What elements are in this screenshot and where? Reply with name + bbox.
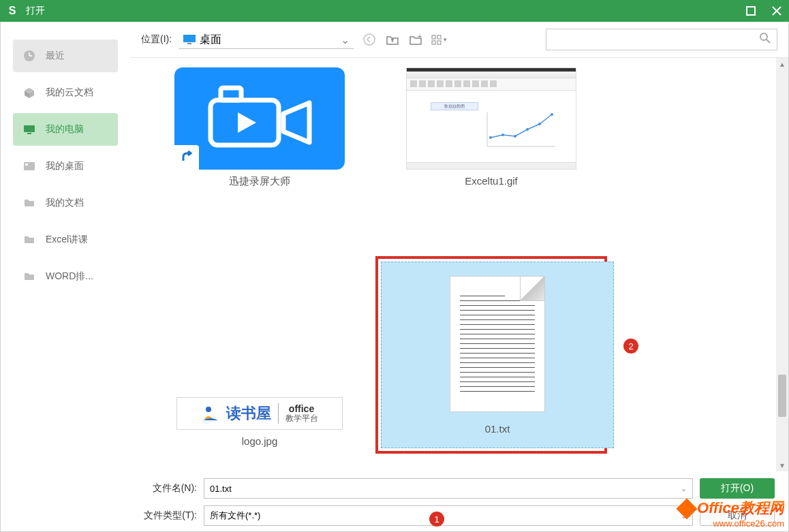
camera-icon xyxy=(207,85,316,153)
svg-point-30 xyxy=(501,134,504,136)
file-name: logo.jpg xyxy=(151,435,369,447)
chevron-down-icon: ⌄ xyxy=(681,484,687,493)
sidebar-item-recent[interactable]: 最近 xyxy=(13,40,118,72)
file-name: Exceltu1.gif xyxy=(382,175,600,187)
app-logo-icon: S xyxy=(5,4,19,18)
open-button[interactable]: 打开(O) xyxy=(700,478,775,499)
window-title: 打开 xyxy=(26,5,744,17)
sidebar-item-label: 我的云文档 xyxy=(46,87,93,99)
new-folder-button[interactable]: + xyxy=(407,31,424,48)
title-bar: S 打开 xyxy=(0,0,789,22)
file-name: 01.txt xyxy=(485,423,510,435)
annotation-badge-2: 2 xyxy=(623,339,638,354)
svg-line-22 xyxy=(767,40,770,43)
sidebar-item-desktop[interactable]: 我的桌面 xyxy=(13,150,118,183)
file-item-gif[interactable]: 数据趋势图 Exceltu1.gif xyxy=(375,61,607,193)
file-item-video[interactable]: 迅捷录屏大师 xyxy=(144,61,375,195)
location-value: 桌面 xyxy=(200,33,221,47)
logo-text3: 教学平台 xyxy=(285,414,318,423)
clock-icon xyxy=(22,49,36,63)
svg-point-15 xyxy=(364,34,375,45)
sidebar-item-computer[interactable]: 我的电脑 xyxy=(13,113,118,146)
bottom-bar: 文件名(N): 01.txt ⌄ 打开(O) 文件类型(T): 所有文件(*.*… xyxy=(130,471,788,531)
filetype-dropdown[interactable]: 所有文件(*.*) ⌄ xyxy=(204,505,693,526)
svg-point-21 xyxy=(760,33,767,40)
sidebar-item-cloud[interactable]: 我的云文档 xyxy=(13,76,118,109)
desktop-icon xyxy=(22,159,36,173)
video-thumbnail xyxy=(174,67,345,170)
search-icon xyxy=(759,32,771,47)
monitor-icon xyxy=(22,123,36,136)
scroll-up-button[interactable]: ▲ xyxy=(776,58,788,70)
svg-rect-17 xyxy=(432,35,435,39)
chevron-down-icon: ⌄ xyxy=(681,512,687,520)
svg-point-32 xyxy=(526,128,529,131)
filename-label: 文件名(N): xyxy=(144,482,197,495)
filename-value: 01.txt xyxy=(210,484,232,494)
file-browser: 迅捷录屏大师 数据趋势图 xyxy=(130,57,788,471)
sidebar-item-word[interactable]: WORD排... xyxy=(13,260,118,293)
gif-thumbnail: 数据趋势图 xyxy=(406,67,576,170)
scroll-thumb[interactable] xyxy=(778,375,786,417)
folder-icon xyxy=(22,233,36,247)
svg-rect-19 xyxy=(432,41,435,44)
sidebar-item-label: WORD排... xyxy=(46,270,93,283)
location-dropdown[interactable]: 桌面 ⌄ xyxy=(179,30,354,49)
svg-rect-20 xyxy=(437,41,441,44)
vertical-scrollbar[interactable]: ▲ ▼ xyxy=(776,58,788,471)
svg-rect-13 xyxy=(183,35,196,42)
logo-text1: 读书屋 xyxy=(226,403,271,424)
sidebar-item-label: Excel讲课 xyxy=(46,234,88,246)
up-folder-button[interactable] xyxy=(384,31,401,48)
svg-point-33 xyxy=(538,123,541,125)
sidebar-item-label: 最近 xyxy=(46,50,65,62)
svg-point-35 xyxy=(206,407,211,412)
sidebar-item-label: 我的电脑 xyxy=(46,123,84,136)
file-item-txt[interactable]: 01.txt xyxy=(375,256,607,454)
view-mode-button[interactable]: ▾ xyxy=(431,31,447,48)
cancel-button[interactable]: 取消 xyxy=(700,505,775,526)
svg-point-34 xyxy=(551,113,553,116)
svg-rect-0 xyxy=(747,7,755,15)
annotation-badge-1: 1 xyxy=(429,512,444,527)
selection-highlight: 01.txt xyxy=(375,256,607,454)
svg-marker-24 xyxy=(283,103,309,142)
logo-thumbnail: 读书屋 office 教学平台 xyxy=(176,397,343,430)
svg-point-31 xyxy=(514,135,516,138)
close-button[interactable] xyxy=(770,4,784,18)
scroll-down-button[interactable]: ▼ xyxy=(776,459,788,471)
sidebar-item-documents[interactable]: 我的文档 xyxy=(13,187,118,219)
monitor-small-icon xyxy=(183,35,196,44)
file-item-logo[interactable]: 读书屋 office 教学平台 logo.jpg xyxy=(144,390,375,454)
shortcut-arrow-icon xyxy=(174,145,199,170)
maximize-button[interactable] xyxy=(744,4,758,18)
svg-rect-10 xyxy=(27,133,31,134)
location-label: 位置(I): xyxy=(141,33,172,46)
svg-rect-12 xyxy=(25,163,28,166)
svg-point-29 xyxy=(489,136,492,139)
svg-rect-9 xyxy=(24,125,35,132)
file-name: 迅捷录屏大师 xyxy=(151,175,369,188)
svg-rect-25 xyxy=(221,88,241,100)
filetype-value: 所有文件(*.*) xyxy=(210,510,260,522)
back-button[interactable] xyxy=(361,31,377,48)
sidebar-item-excel[interactable]: Excel讲课 xyxy=(13,223,118,256)
text-file-icon xyxy=(450,276,545,412)
search-input[interactable] xyxy=(552,35,759,45)
svg-marker-26 xyxy=(238,112,256,133)
svg-text:+: + xyxy=(418,33,422,40)
search-box[interactable] xyxy=(546,29,777,50)
filename-input[interactable]: 01.txt ⌄ xyxy=(204,478,693,499)
chevron-down-icon: ⌄ xyxy=(341,33,350,46)
sidebar: 最近 我的云文档 我的电脑 我的桌面 我的文档 xyxy=(1,22,130,531)
logo-text2: office xyxy=(285,404,318,414)
filetype-label: 文件类型(T): xyxy=(144,510,197,522)
svg-rect-11 xyxy=(24,162,35,170)
folder-icon xyxy=(22,196,36,210)
toolbar: 位置(I): 桌面 ⌄ + ▾ xyxy=(130,22,788,57)
sidebar-item-label: 我的文档 xyxy=(46,197,84,209)
book-person-icon xyxy=(202,405,219,422)
svg-rect-14 xyxy=(187,43,191,44)
cube-icon xyxy=(22,86,36,99)
folder-icon xyxy=(22,270,36,283)
